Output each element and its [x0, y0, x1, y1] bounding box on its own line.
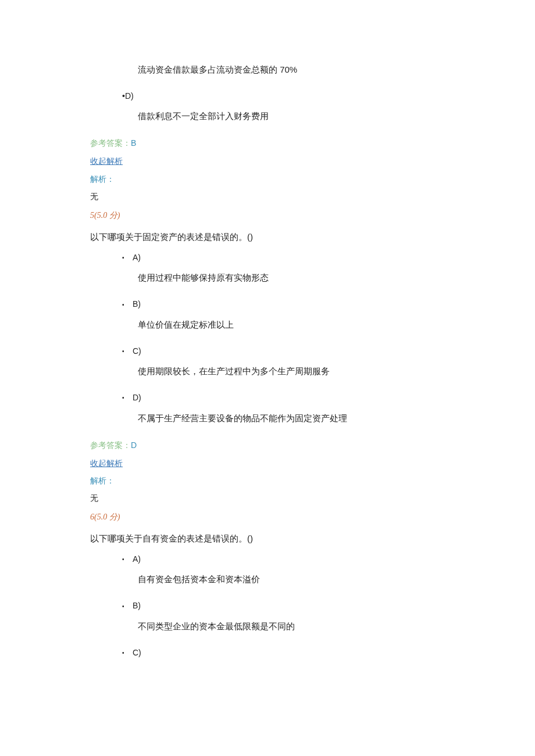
- q6-option-c-bullet: •C): [122, 646, 445, 659]
- q5-answer-value: D: [131, 440, 137, 450]
- q4-answer-value: B: [131, 138, 136, 148]
- q4-analysis-label: 解析：: [90, 173, 445, 185]
- q5-option-b-text: 单位价值在规定标准以上: [138, 318, 445, 332]
- q6-number: 6(5.0 分): [90, 511, 445, 524]
- q4-answer-label: 参考答案：: [90, 138, 131, 148]
- q5-number: 5(5.0 分): [90, 209, 445, 222]
- q5-option-b-bullet: •B): [122, 298, 445, 310]
- q5-text: 以下哪项关于固定资产的表述是错误的。(): [90, 230, 445, 244]
- q5-analysis-label: 解析：: [90, 474, 445, 487]
- q5-answer-label: 参考答案：: [90, 440, 131, 450]
- q4-option-d-text: 借款利息不一定全部计入财务费用: [138, 109, 445, 123]
- q6-option-a-bullet: •A): [122, 553, 445, 565]
- q6-text: 以下哪项关于自有资金的表述是错误的。(): [90, 532, 445, 546]
- q5-collapse-link[interactable]: 收起解析: [90, 457, 445, 470]
- q5-option-a-bullet: •A): [122, 251, 445, 264]
- q6-option-b-text: 不同类型企业的资本金最低限额是不同的: [138, 619, 445, 633]
- q5-analysis-value-none: 无: [90, 492, 445, 504]
- q5-option-d-bullet: •D): [122, 391, 445, 404]
- q6-option-a-text: 自有资金包括资本金和资本溢价: [138, 572, 445, 586]
- q5-option-c-bullet: •C): [122, 345, 445, 357]
- q4-option-d-bullet: •D): [122, 89, 445, 102]
- q5-option-d-text: 不属于生产经营主要设备的物品不能作为固定资产处理: [138, 411, 445, 425]
- q6-option-b-bullet: •B): [122, 599, 445, 612]
- q4-analysis-value-none: 无: [90, 190, 445, 203]
- q5-option-a-text: 使用过程中能够保持原有实物形态: [138, 271, 445, 285]
- q4-collapse-link[interactable]: 收起解析: [90, 155, 445, 167]
- q4-option-c-text: 流动资金借款最多占流动资金总额的 70%: [138, 63, 445, 77]
- q5-option-c-text: 使用期限较长，在生产过程中为多个生产周期服务: [138, 364, 445, 378]
